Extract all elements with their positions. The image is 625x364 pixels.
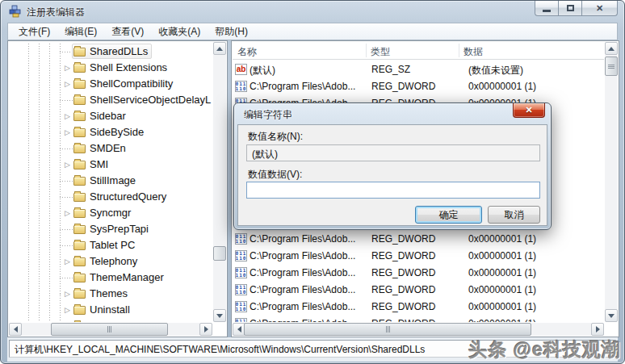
value-data-input[interactable] xyxy=(246,182,540,199)
tree-item[interactable]: ▷URL xyxy=(9,318,212,322)
tree-item[interactable]: StructuredQuery xyxy=(9,189,212,205)
arrow-right-icon xyxy=(204,326,212,333)
value-row[interactable]: 011110C:\Program Files\Adob...REG_DWORD0… xyxy=(233,248,604,265)
tree-item[interactable]: ▷Telephony xyxy=(9,253,212,270)
folder-icon xyxy=(73,96,86,105)
tree-item[interactable]: ▷Shell Extensions xyxy=(9,60,212,76)
folder-icon xyxy=(73,290,86,299)
value-type: REG_DWORD xyxy=(371,301,464,312)
column-header-type[interactable]: 类型 xyxy=(366,42,459,60)
tree-item-label: Telephony xyxy=(90,255,137,267)
scroll-right-button[interactable] xyxy=(199,323,212,336)
folder-icon xyxy=(73,80,86,89)
tree-vscroll-thumb[interactable] xyxy=(213,246,226,261)
tree-item[interactable]: ▷Syncmgr xyxy=(9,205,212,221)
menu-item[interactable]: 查看(V) xyxy=(104,23,151,41)
tree-item-label: Sidebar xyxy=(90,110,126,122)
title-bar[interactable]: 注册表编辑器 ✕ xyxy=(1,1,624,23)
folder-icon xyxy=(73,177,86,186)
tree-item-row[interactable]: URL xyxy=(72,318,115,322)
tree-item-label: ShellServiceObjectDelayL xyxy=(90,94,211,106)
value-row[interactable]: 011110C:\Program Files\Adob...REG_DWORD0… xyxy=(233,231,604,248)
scroll-right-button[interactable] xyxy=(591,323,604,336)
tree-hscroll-thumb[interactable] xyxy=(51,323,168,336)
tree-item-row[interactable]: ThemeManager xyxy=(72,270,168,285)
list-horizontal-scrollbar[interactable] xyxy=(233,323,604,336)
dialog-body: 数值名称(N): (默认) 数值数据(V): 确定 取消 xyxy=(237,124,547,226)
scroll-left-button[interactable] xyxy=(9,323,22,336)
tree-item[interactable]: ▷Themes xyxy=(9,286,212,302)
tree-item-row[interactable]: Sidebar xyxy=(72,108,130,123)
tree-item[interactable]: SharedDLLs xyxy=(9,44,212,60)
tree-item[interactable]: StillImage xyxy=(9,173,212,189)
folder-icon xyxy=(73,64,86,73)
menu-item[interactable]: 文件(F) xyxy=(11,23,57,41)
menu-item[interactable]: 帮助(H) xyxy=(208,23,255,41)
tree-item[interactable]: ThemeManager xyxy=(9,270,212,286)
scroll-down-button[interactable] xyxy=(213,309,226,322)
dword-icon: 011110 xyxy=(235,318,247,322)
tree-item[interactable]: ▷ShellCompatibility xyxy=(9,76,212,92)
scroll-up-button[interactable] xyxy=(213,42,226,55)
edit-string-dialog: 编辑字符串 ✕ 数值名称(N): (默认) 数值数据(V): 确定 取消 xyxy=(233,103,552,230)
value-type: REG_DWORD xyxy=(371,284,464,295)
tree-item-row[interactable]: SMI xyxy=(72,157,112,172)
tree-item[interactable]: ▷SideBySide xyxy=(9,124,212,140)
list-hscroll-thumb[interactable] xyxy=(244,323,531,336)
tree-item-label: Uninstall xyxy=(90,303,130,316)
column-header-data[interactable]: 数据 xyxy=(459,42,604,60)
tree-item-row[interactable]: SharedDLLs xyxy=(72,44,152,59)
tree-item-row[interactable]: Shell Extensions xyxy=(72,60,171,75)
tree-item-row[interactable]: StillImage xyxy=(72,173,140,188)
tree-item-row[interactable]: ShellCompatibility xyxy=(72,76,177,91)
cancel-button[interactable]: 取消 xyxy=(488,206,540,224)
value-row[interactable]: 011110C:\Program Files\Adob...REG_DWORD0… xyxy=(233,78,604,95)
restore-button[interactable] xyxy=(558,1,581,16)
tree-item-row[interactable]: SysPrepTapi xyxy=(72,221,153,236)
minimize-button[interactable] xyxy=(535,1,558,16)
value-data: 0x00000001 (1) xyxy=(468,250,602,261)
tree-item[interactable]: ▷Uninstall xyxy=(9,302,212,318)
tree-item-row[interactable]: Tablet PC xyxy=(72,237,139,253)
tree-item[interactable]: SMDEn xyxy=(9,140,212,157)
value-row[interactable]: 011110C:\Program Files\Adob...REG_DWORD0… xyxy=(233,282,604,299)
tree-item[interactable]: ▷Sidebar xyxy=(9,108,212,124)
value-row[interactable]: ab(默认)REG_SZ(数值未设置) xyxy=(233,61,604,78)
tree-item-row[interactable]: SideBySide xyxy=(72,124,148,140)
tree-item-row[interactable]: Syncmgr xyxy=(72,205,135,220)
arrow-right-icon xyxy=(596,326,603,333)
list-vscroll-thumb[interactable] xyxy=(605,56,618,76)
dword-icon: 011110 xyxy=(235,81,247,92)
tree-item-label: ThemeManager xyxy=(90,271,164,283)
tree-vertical-scrollbar[interactable] xyxy=(213,42,226,322)
tree-item[interactable]: Tablet PC xyxy=(9,237,212,253)
menu-item[interactable]: 收藏夹(A) xyxy=(151,23,208,41)
tree-body: SharedDLLs▷Shell Extensions▷ShellCompati… xyxy=(9,44,212,322)
dword-icon: 011110 xyxy=(235,233,247,245)
value-row[interactable]: 011110C:\Program Files\Adob...REG_DWORD0… xyxy=(233,316,604,322)
tree-item[interactable]: ▷SMI xyxy=(9,157,212,173)
ok-button[interactable]: 确定 xyxy=(415,206,482,224)
value-name: C:\Program Files\Adob... xyxy=(250,250,365,261)
tree-item-row[interactable]: Themes xyxy=(72,286,132,301)
tree-item-row[interactable]: Uninstall xyxy=(72,302,134,317)
close-button[interactable]: ✕ xyxy=(581,1,618,16)
tree-item-row[interactable]: StructuredQuery xyxy=(72,189,170,204)
scroll-down-button[interactable] xyxy=(605,309,618,322)
dialog-close-button[interactable]: ✕ xyxy=(513,103,545,118)
scroll-up-button[interactable] xyxy=(605,42,618,55)
column-header-name[interactable]: 名称 xyxy=(233,42,366,60)
value-row[interactable]: 011110C:\Program Files\Adob...REG_DWORD0… xyxy=(233,265,604,282)
tree-item-row[interactable]: ShellServiceObjectDelayL xyxy=(72,92,212,107)
folder-icon xyxy=(73,225,86,234)
tree-item-label: URL xyxy=(90,320,111,322)
menu-item[interactable]: 编辑(E) xyxy=(57,23,104,41)
tree-item[interactable]: SysPrepTapi xyxy=(9,221,212,237)
arrow-left-icon xyxy=(234,326,241,333)
tree-item-row[interactable]: Telephony xyxy=(72,253,141,269)
tree-horizontal-scrollbar[interactable] xyxy=(9,323,212,336)
value-row[interactable]: 011110C:\Program Files\Adob...REG_DWORD0… xyxy=(233,299,604,316)
tree-item[interactable]: ShellServiceObjectDelayL xyxy=(9,92,212,108)
tree-item-row[interactable]: SMDEn xyxy=(72,140,130,156)
list-vertical-scrollbar[interactable] xyxy=(605,42,618,322)
